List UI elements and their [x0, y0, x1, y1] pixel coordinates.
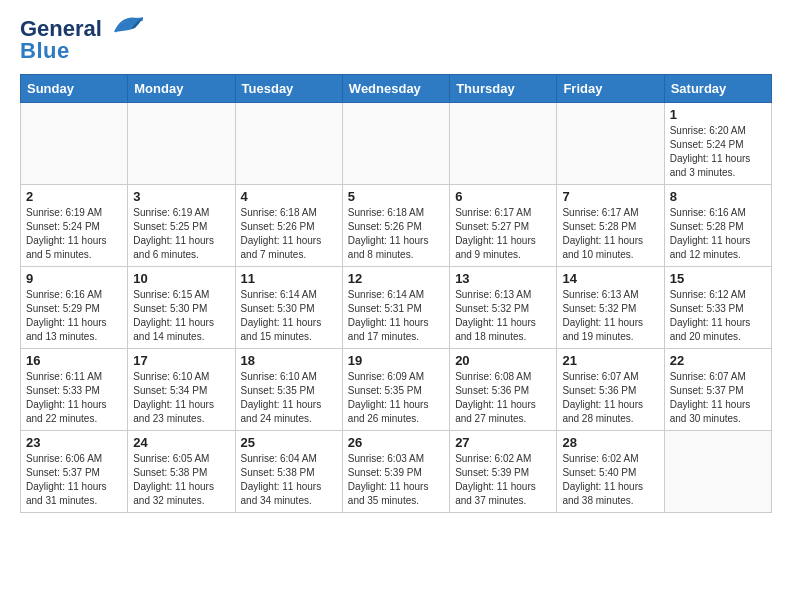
day-info: Sunrise: 6:07 AMSunset: 5:36 PMDaylight:… — [562, 370, 658, 426]
day-number: 14 — [562, 271, 658, 286]
day-cell — [128, 103, 235, 185]
day-number: 20 — [455, 353, 551, 368]
weekday-saturday: Saturday — [664, 75, 771, 103]
day-cell: 23Sunrise: 6:06 AMSunset: 5:37 PMDayligh… — [21, 431, 128, 513]
week-row-0: 1Sunrise: 6:20 AMSunset: 5:24 PMDaylight… — [21, 103, 772, 185]
day-number: 4 — [241, 189, 337, 204]
day-cell — [557, 103, 664, 185]
day-number: 3 — [133, 189, 229, 204]
day-info: Sunrise: 6:02 AMSunset: 5:40 PMDaylight:… — [562, 452, 658, 508]
week-row-2: 9Sunrise: 6:16 AMSunset: 5:29 PMDaylight… — [21, 267, 772, 349]
day-cell: 10Sunrise: 6:15 AMSunset: 5:30 PMDayligh… — [128, 267, 235, 349]
day-cell: 26Sunrise: 6:03 AMSunset: 5:39 PMDayligh… — [342, 431, 449, 513]
day-cell: 13Sunrise: 6:13 AMSunset: 5:32 PMDayligh… — [450, 267, 557, 349]
day-cell: 2Sunrise: 6:19 AMSunset: 5:24 PMDaylight… — [21, 185, 128, 267]
weekday-wednesday: Wednesday — [342, 75, 449, 103]
day-info: Sunrise: 6:10 AMSunset: 5:34 PMDaylight:… — [133, 370, 229, 426]
day-cell: 12Sunrise: 6:14 AMSunset: 5:31 PMDayligh… — [342, 267, 449, 349]
day-info: Sunrise: 6:08 AMSunset: 5:36 PMDaylight:… — [455, 370, 551, 426]
day-info: Sunrise: 6:03 AMSunset: 5:39 PMDaylight:… — [348, 452, 444, 508]
day-info: Sunrise: 6:19 AMSunset: 5:25 PMDaylight:… — [133, 206, 229, 262]
day-number: 1 — [670, 107, 766, 122]
day-cell: 6Sunrise: 6:17 AMSunset: 5:27 PMDaylight… — [450, 185, 557, 267]
day-info: Sunrise: 6:17 AMSunset: 5:27 PMDaylight:… — [455, 206, 551, 262]
day-info: Sunrise: 6:14 AMSunset: 5:31 PMDaylight:… — [348, 288, 444, 344]
logo-blue-label: Blue — [20, 38, 70, 64]
day-cell: 21Sunrise: 6:07 AMSunset: 5:36 PMDayligh… — [557, 349, 664, 431]
day-number: 7 — [562, 189, 658, 204]
week-row-4: 23Sunrise: 6:06 AMSunset: 5:37 PMDayligh… — [21, 431, 772, 513]
day-cell: 17Sunrise: 6:10 AMSunset: 5:34 PMDayligh… — [128, 349, 235, 431]
logo-general-text: General — [20, 18, 102, 40]
day-cell: 3Sunrise: 6:19 AMSunset: 5:25 PMDaylight… — [128, 185, 235, 267]
day-cell: 14Sunrise: 6:13 AMSunset: 5:32 PMDayligh… — [557, 267, 664, 349]
day-info: Sunrise: 6:18 AMSunset: 5:26 PMDaylight:… — [348, 206, 444, 262]
day-info: Sunrise: 6:16 AMSunset: 5:28 PMDaylight:… — [670, 206, 766, 262]
day-number: 18 — [241, 353, 337, 368]
day-info: Sunrise: 6:17 AMSunset: 5:28 PMDaylight:… — [562, 206, 658, 262]
day-number: 6 — [455, 189, 551, 204]
day-info: Sunrise: 6:16 AMSunset: 5:29 PMDaylight:… — [26, 288, 122, 344]
day-info: Sunrise: 6:13 AMSunset: 5:32 PMDaylight:… — [455, 288, 551, 344]
calendar: SundayMondayTuesdayWednesdayThursdayFrid… — [20, 74, 772, 513]
weekday-header-row: SundayMondayTuesdayWednesdayThursdayFrid… — [21, 75, 772, 103]
header: General Blue — [20, 16, 772, 64]
day-cell: 15Sunrise: 6:12 AMSunset: 5:33 PMDayligh… — [664, 267, 771, 349]
day-number: 25 — [241, 435, 337, 450]
logo-bird-icon — [105, 12, 143, 42]
day-info: Sunrise: 6:05 AMSunset: 5:38 PMDaylight:… — [133, 452, 229, 508]
day-number: 27 — [455, 435, 551, 450]
day-info: Sunrise: 6:09 AMSunset: 5:35 PMDaylight:… — [348, 370, 444, 426]
day-cell — [664, 431, 771, 513]
day-cell: 25Sunrise: 6:04 AMSunset: 5:38 PMDayligh… — [235, 431, 342, 513]
weekday-thursday: Thursday — [450, 75, 557, 103]
day-info: Sunrise: 6:13 AMSunset: 5:32 PMDaylight:… — [562, 288, 658, 344]
day-info: Sunrise: 6:19 AMSunset: 5:24 PMDaylight:… — [26, 206, 122, 262]
day-cell — [342, 103, 449, 185]
day-info: Sunrise: 6:10 AMSunset: 5:35 PMDaylight:… — [241, 370, 337, 426]
day-number: 24 — [133, 435, 229, 450]
page: General Blue SundayMondayTuesdayWednesda… — [0, 0, 792, 529]
day-number: 28 — [562, 435, 658, 450]
day-cell: 5Sunrise: 6:18 AMSunset: 5:26 PMDaylight… — [342, 185, 449, 267]
day-cell: 28Sunrise: 6:02 AMSunset: 5:40 PMDayligh… — [557, 431, 664, 513]
logo-area: General Blue — [20, 16, 143, 64]
day-number: 16 — [26, 353, 122, 368]
day-info: Sunrise: 6:06 AMSunset: 5:37 PMDaylight:… — [26, 452, 122, 508]
day-number: 8 — [670, 189, 766, 204]
day-info: Sunrise: 6:12 AMSunset: 5:33 PMDaylight:… — [670, 288, 766, 344]
weekday-friday: Friday — [557, 75, 664, 103]
day-info: Sunrise: 6:02 AMSunset: 5:39 PMDaylight:… — [455, 452, 551, 508]
day-cell: 8Sunrise: 6:16 AMSunset: 5:28 PMDaylight… — [664, 185, 771, 267]
day-number: 10 — [133, 271, 229, 286]
weekday-tuesday: Tuesday — [235, 75, 342, 103]
day-info: Sunrise: 6:18 AMSunset: 5:26 PMDaylight:… — [241, 206, 337, 262]
day-number: 21 — [562, 353, 658, 368]
day-number: 5 — [348, 189, 444, 204]
day-number: 9 — [26, 271, 122, 286]
day-cell — [21, 103, 128, 185]
week-row-3: 16Sunrise: 6:11 AMSunset: 5:33 PMDayligh… — [21, 349, 772, 431]
weekday-sunday: Sunday — [21, 75, 128, 103]
day-cell — [450, 103, 557, 185]
day-cell: 4Sunrise: 6:18 AMSunset: 5:26 PMDaylight… — [235, 185, 342, 267]
day-number: 19 — [348, 353, 444, 368]
week-row-1: 2Sunrise: 6:19 AMSunset: 5:24 PMDaylight… — [21, 185, 772, 267]
day-cell: 22Sunrise: 6:07 AMSunset: 5:37 PMDayligh… — [664, 349, 771, 431]
day-cell: 16Sunrise: 6:11 AMSunset: 5:33 PMDayligh… — [21, 349, 128, 431]
day-number: 26 — [348, 435, 444, 450]
day-number: 23 — [26, 435, 122, 450]
day-number: 13 — [455, 271, 551, 286]
day-cell: 18Sunrise: 6:10 AMSunset: 5:35 PMDayligh… — [235, 349, 342, 431]
weekday-monday: Monday — [128, 75, 235, 103]
day-cell: 11Sunrise: 6:14 AMSunset: 5:30 PMDayligh… — [235, 267, 342, 349]
day-info: Sunrise: 6:07 AMSunset: 5:37 PMDaylight:… — [670, 370, 766, 426]
day-cell: 20Sunrise: 6:08 AMSunset: 5:36 PMDayligh… — [450, 349, 557, 431]
day-cell: 1Sunrise: 6:20 AMSunset: 5:24 PMDaylight… — [664, 103, 771, 185]
day-number: 2 — [26, 189, 122, 204]
day-cell: 19Sunrise: 6:09 AMSunset: 5:35 PMDayligh… — [342, 349, 449, 431]
day-info: Sunrise: 6:20 AMSunset: 5:24 PMDaylight:… — [670, 124, 766, 180]
day-cell: 24Sunrise: 6:05 AMSunset: 5:38 PMDayligh… — [128, 431, 235, 513]
day-cell — [235, 103, 342, 185]
day-info: Sunrise: 6:04 AMSunset: 5:38 PMDaylight:… — [241, 452, 337, 508]
